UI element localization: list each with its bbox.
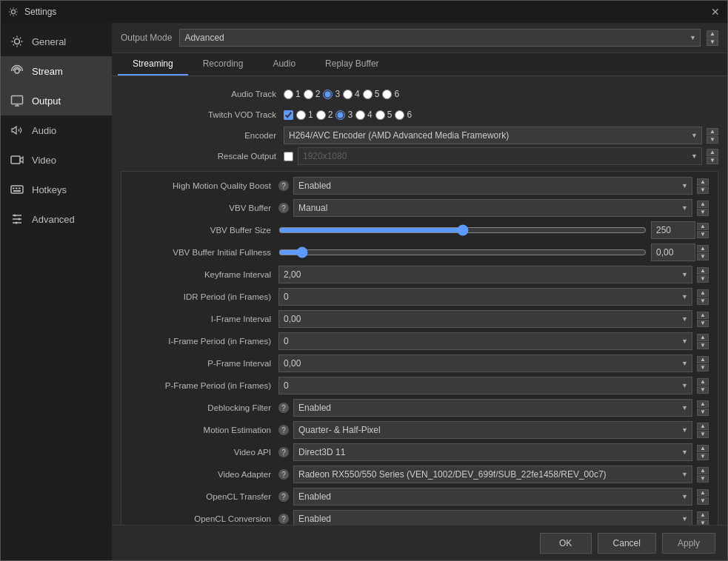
motion-estimation-select-wrapper: Quarter- & Half-Pixel Half-Pixel Full-Pi… — [293, 421, 692, 439]
output-mode-select[interactable]: Advanced Simple — [179, 29, 701, 47]
opencl-transfer-select[interactable]: Enabled Disabled — [293, 488, 692, 505]
twitch-vod-3[interactable]: 3 — [335, 110, 353, 120]
high-motion-spin-up[interactable]: ▲ — [697, 178, 709, 186]
idr-spin-down[interactable]: ▼ — [697, 298, 709, 305]
encoder-spin-up[interactable]: ▲ — [707, 128, 718, 135]
audio-track-1[interactable]: 1 — [284, 89, 301, 99]
settings-scroll-area[interactable]: Audio Track 1 2 3 4 5 6 — [112, 76, 727, 525]
video-api-spin-down[interactable]: ▼ — [697, 453, 709, 460]
apply-button[interactable]: Apply — [662, 533, 715, 554]
motion-estimation-help-icon[interactable]: ? — [278, 425, 289, 435]
iframe-period-select[interactable]: 0 — [278, 332, 692, 350]
idr-select[interactable]: 0 — [278, 288, 692, 306]
high-motion-select[interactable]: Enabled Disabled — [293, 177, 692, 195]
iframe-period-spin-up[interactable]: ▲ — [697, 334, 709, 341]
vbv-buffer-spin-up[interactable]: ▲ — [697, 201, 709, 208]
rescale-spin-down[interactable]: ▼ — [707, 157, 718, 164]
vbv-initial-slider[interactable] — [278, 246, 647, 258]
pframe-interval-select[interactable]: 0,00 — [278, 355, 692, 372]
tab-recording[interactable]: Recording — [188, 53, 258, 75]
tab-streaming[interactable]: Streaming — [118, 53, 188, 75]
vbv-size-input[interactable] — [651, 221, 695, 239]
keyframe-spin-down[interactable]: ▼ — [697, 275, 709, 283]
video-adapter-help-icon[interactable]: ? — [278, 469, 289, 480]
vbv-size-control: ▲ ▼ — [278, 221, 709, 239]
opencl-transfer-spin-down[interactable]: ▼ — [697, 497, 709, 505]
audio-track-3[interactable]: 3 — [323, 89, 340, 99]
deblocking-spin-down[interactable]: ▼ — [697, 409, 709, 416]
video-api-select[interactable]: Direct3D 11 Direct3D 12 OpenGL — [293, 443, 692, 461]
tab-replay-buffer[interactable]: Replay Buffer — [310, 53, 394, 75]
video-adapter-select[interactable]: Radeon RX550/550 Series (VEN_1002/DEV_69… — [293, 466, 692, 483]
vbv-initial-input[interactable] — [651, 243, 695, 261]
keyframe-spin-up[interactable]: ▲ — [697, 267, 709, 275]
video-api-help-icon[interactable]: ? — [278, 447, 289, 457]
encoder-spin-down[interactable]: ▼ — [707, 136, 718, 144]
iframe-interval-spin-up[interactable]: ▲ — [697, 312, 709, 319]
output-mode-spin-down[interactable]: ▼ — [707, 38, 718, 46]
vbv-size-spin-down[interactable]: ▼ — [697, 231, 709, 238]
deblocking-select[interactable]: Enabled Disabled — [293, 399, 692, 417]
vbv-buffer-spin-down[interactable]: ▼ — [697, 209, 709, 216]
twitch-vod-1[interactable]: 1 — [296, 110, 313, 120]
audio-track-2[interactable]: 2 — [304, 89, 321, 99]
opencl-conversion-spin-up[interactable]: ▲ — [697, 511, 709, 519]
twitch-vod-2[interactable]: 2 — [316, 110, 333, 120]
audio-track-5[interactable]: 5 — [363, 89, 380, 99]
iframe-interval-spin-down[interactable]: ▼ — [697, 320, 709, 327]
sidebar-item-general[interactable]: General — [1, 27, 112, 56]
video-adapter-spin-down[interactable]: ▼ — [697, 475, 709, 483]
opencl-transfer-help-icon[interactable]: ? — [278, 491, 289, 502]
ok-button[interactable]: OK — [540, 533, 592, 554]
idr-spin-up[interactable]: ▲ — [697, 289, 709, 297]
rescale-checkbox[interactable] — [284, 152, 293, 161]
opencl-conversion-spin-down[interactable]: ▼ — [697, 520, 709, 525]
high-motion-spin-down[interactable]: ▼ — [697, 187, 709, 194]
twitch-vod-6[interactable]: 6 — [395, 110, 412, 120]
vbv-buffer-help-icon[interactable]: ? — [278, 203, 289, 213]
twitch-vod-5[interactable]: 5 — [375, 110, 393, 120]
sidebar-item-audio[interactable]: Audio — [1, 115, 112, 145]
sidebar-item-video[interactable]: Video — [1, 145, 112, 175]
vbv-size-slider[interactable] — [278, 224, 647, 236]
opencl-conversion-select[interactable]: Enabled Disabled — [293, 510, 692, 525]
pframe-interval-spin-up[interactable]: ▲ — [697, 356, 709, 363]
sidebar-item-stream[interactable]: Stream — [1, 56, 112, 86]
pframe-period-spin-up[interactable]: ▲ — [697, 378, 709, 386]
pframe-interval-spin-down[interactable]: ▼ — [697, 364, 709, 372]
high-motion-help-icon[interactable]: ? — [278, 181, 289, 191]
pframe-period-spin-down[interactable]: ▼ — [697, 386, 709, 394]
cancel-button[interactable]: Cancel — [598, 533, 656, 554]
idr-period-control: 0 ▲ ▼ — [278, 288, 709, 306]
rescale-select[interactable]: 1920x1080 — [298, 147, 702, 165]
output-mode-spin-up[interactable]: ▲ — [707, 30, 718, 38]
sidebar-item-hotkeys[interactable]: Hotkeys — [1, 175, 112, 204]
tab-audio[interactable]: Audio — [258, 53, 310, 75]
rescale-spin-up[interactable]: ▲ — [707, 149, 718, 156]
deblocking-spin-up[interactable]: ▲ — [697, 400, 709, 408]
vbv-size-spin-up[interactable]: ▲ — [697, 223, 709, 230]
opencl-transfer-spin-up[interactable]: ▲ — [697, 489, 709, 497]
sidebar-item-advanced[interactable]: Advanced — [1, 204, 112, 234]
keyframe-select[interactable]: 2,00 — [278, 266, 692, 283]
audio-track-4[interactable]: 4 — [343, 89, 360, 99]
pframe-period-select[interactable]: 0 — [278, 377, 692, 394]
opencl-conversion-help-icon[interactable]: ? — [278, 514, 289, 524]
audio-track-6[interactable]: 6 — [382, 89, 399, 99]
encoder-select[interactable]: H264/AVC Encoder (AMD Advanced Media Fra… — [284, 127, 702, 144]
deblocking-help-icon[interactable]: ? — [278, 403, 289, 413]
iframe-interval-select[interactable]: 0,00 — [278, 310, 692, 328]
sidebar-item-output[interactable]: Output — [1, 86, 112, 115]
video-adapter-spin-up[interactable]: ▲ — [697, 467, 709, 474]
close-button[interactable]: ✕ — [711, 6, 720, 18]
vbv-initial-spin-up[interactable]: ▲ — [697, 245, 709, 252]
iframe-period-spin-down[interactable]: ▼ — [697, 342, 709, 349]
twitch-vod-4[interactable]: 4 — [355, 110, 373, 120]
video-api-spin-up[interactable]: ▲ — [697, 445, 709, 452]
vbv-initial-spin-down[interactable]: ▼ — [697, 253, 709, 261]
vbv-buffer-select[interactable]: Manual Auto — [293, 199, 692, 217]
twitch-vod-checkbox[interactable] — [284, 110, 293, 120]
motion-estimation-spin-down[interactable]: ▼ — [697, 431, 709, 438]
motion-estimation-spin-up[interactable]: ▲ — [697, 423, 709, 430]
motion-estimation-select[interactable]: Quarter- & Half-Pixel Half-Pixel Full-Pi… — [293, 421, 692, 439]
